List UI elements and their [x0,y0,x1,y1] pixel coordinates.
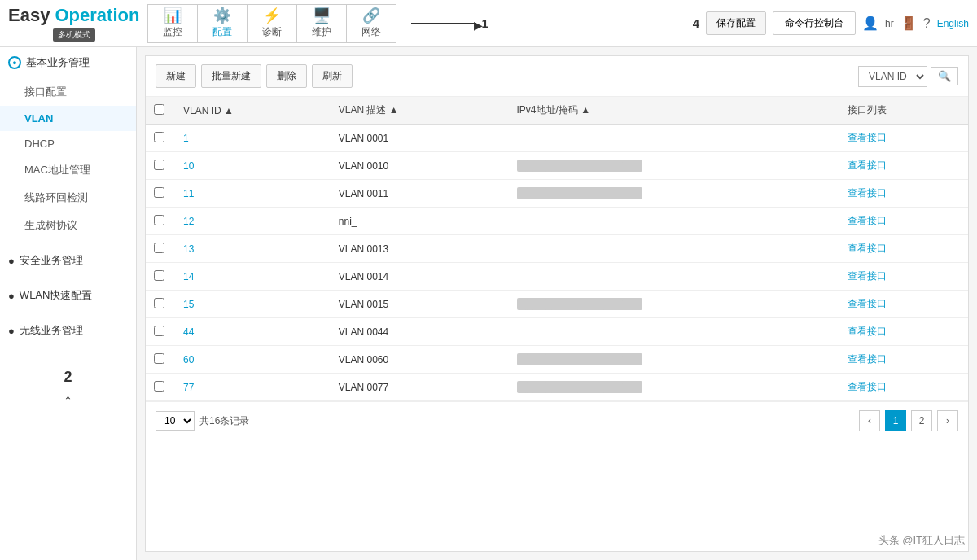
toolbar: 新建 批量新建 删除 刷新 VLAN ID 🔍 [146,56,968,97]
table-row: 10VLAN 0010███ ███ ███ ███/██查看接口 [146,152,968,180]
logout-icon[interactable]: 🚪 [900,15,917,31]
view-interface-link[interactable]: 查看接口 [848,326,887,337]
tab-diagnose[interactable]: ⚡ 诊断 [248,5,297,42]
table-row: 15VLAN 0015███ ███ ███ ███/██查看接口 [146,291,968,318]
th-vlan-desc[interactable]: VLAN 描述 ▲ [331,97,509,125]
vlan-id-link[interactable]: 60 [183,354,194,365]
wireless-group-icon: ● [8,325,15,337]
view-interface-link[interactable]: 查看接口 [848,353,887,365]
row-checkbox[interactable] [154,187,164,198]
watermark: 头条 @IT狂人日志 [878,533,965,548]
sidebar-item-mac[interactable]: MAC地址管理 [0,156,136,184]
view-interface-link[interactable]: 查看接口 [848,298,887,309]
table-row: 14VLAN 0014查看接口 [146,263,968,291]
app-title: Easy Operation [8,5,139,26]
sidebar-group-basic-title[interactable]: ● 基本业务管理 [0,47,136,78]
language-button[interactable]: English [937,18,969,29]
tab-monitor[interactable]: 📊 监控 [148,5,198,42]
vlan-desc: VLAN 0044 [331,318,509,346]
vlan-id-link[interactable]: 10 [183,160,194,172]
view-interface-link[interactable]: 查看接口 [848,243,887,254]
view-interface-link[interactable]: 查看接口 [848,215,887,226]
delete-button[interactable]: 删除 [266,64,307,88]
vlan-id-link[interactable]: 14 [183,271,194,282]
row-checkbox[interactable] [154,298,164,308]
table-row: 77VLAN 0077███ ███ ███ ███/██查看接口 [146,374,968,401]
search-area: VLAN ID 🔍 [858,66,958,87]
batch-new-button[interactable]: 批量新建 [201,64,261,88]
vlan-table: VLAN ID ▲ VLAN 描述 ▲ IPv4地址/掩码 ▲ 接口列表 [146,97,968,401]
vlan-desc: VLAN 0013 [331,235,509,263]
sidebar-group-wlan-quick[interactable]: ● WLAN快速配置 [0,282,136,309]
table-row: 12nni_查看接口 [146,208,968,235]
vlan-ip [509,235,839,263]
sidebar-item-vlan[interactable]: VLAN [0,106,136,131]
sidebar-item-interface[interactable]: 接口配置 [0,78,136,106]
sidebar-item-stp[interactable]: 生成树协议 [0,212,136,239]
vlan-ip [509,318,839,346]
vlan-ip [509,263,839,291]
row-checkbox[interactable] [154,160,164,170]
th-vlan-id[interactable]: VLAN ID ▲ [175,97,331,125]
sidebar-item-dhcp[interactable]: DHCP [0,131,136,156]
vlan-id-link[interactable]: 13 [183,243,194,255]
th-checkbox [146,97,175,125]
vlan-id-link[interactable]: 44 [183,326,194,338]
row-checkbox[interactable] [154,270,164,281]
view-interface-link[interactable]: 查看接口 [848,132,887,143]
row-checkbox[interactable] [154,326,164,336]
user-icon: 👤 [862,15,878,31]
vlan-desc: VLAN 0014 [331,263,509,291]
refresh-button[interactable]: 刷新 [312,64,353,88]
header-center-area: ▶ 1 [403,16,692,30]
tab-config[interactable]: ⚙️ 配置 [198,5,248,42]
table-body: 1VLAN 0001查看接口10VLAN 0010███ ███ ███ ███… [146,125,968,401]
help-icon[interactable]: ? [923,16,931,31]
view-interface-link[interactable]: 查看接口 [848,160,887,171]
vlan-desc: VLAN 0077 [331,374,509,401]
vlan-ip [509,125,839,152]
select-all-checkbox[interactable] [154,104,164,115]
header: Easy Operation 多机模式 📊 监控 ⚙️ 配置 ⚡ 诊断 🖥️ 维… [0,0,977,47]
anno-2-label: 2 [0,344,136,390]
sidebar-group-wireless[interactable]: ● 无线业务管理 [0,317,136,344]
next-page-button[interactable]: › [937,410,958,431]
th-ipv4[interactable]: IPv4地址/掩码 ▲ [509,97,839,125]
sidebar-group-basic: ● 基本业务管理 接口配置 VLAN DHCP MAC地址管理 线路环回检测 [0,47,136,239]
view-interface-link[interactable]: 查看接口 [848,187,887,199]
vlan-desc: VLAN 0010 [331,152,509,180]
vlan-ip: ███ ███ ███ ███/██ [509,346,839,374]
vlan-desc: VLAN 0060 [331,346,509,374]
sidebar-group-security[interactable]: ● 安全业务管理 [0,247,136,274]
vlan-id-link[interactable]: 15 [183,299,194,310]
sidebar-divider-1 [0,243,136,243]
tab-network[interactable]: 🔗 网络 [347,5,396,42]
page-2-button[interactable]: 2 [911,410,932,431]
save-config-button[interactable]: 保存配置 [706,11,766,35]
prev-page-button[interactable]: ‹ [859,410,880,431]
row-checkbox[interactable] [154,381,164,392]
tab-maintain[interactable]: 🖥️ 维护 [297,5,347,42]
diagnose-icon: ⚡ [263,8,281,23]
row-checkbox[interactable] [154,353,164,364]
row-checkbox[interactable] [154,132,164,142]
vlan-id-link[interactable]: 77 [183,382,194,393]
table-row: 1VLAN 0001查看接口 [146,125,968,152]
sidebar-item-loopback[interactable]: 线路环回检测 [0,184,136,212]
page-size-select[interactable]: 10 [156,411,195,431]
view-interface-link[interactable]: 查看接口 [848,270,887,282]
row-checkbox[interactable] [154,243,164,253]
view-interface-link[interactable]: 查看接口 [848,381,887,392]
console-button[interactable]: 命令行控制台 [773,11,856,35]
search-icon-btn[interactable]: 🔍 [931,67,958,85]
new-button[interactable]: 新建 [156,64,196,88]
search-select[interactable]: VLAN ID [858,66,927,87]
vlan-id-link[interactable]: 11 [183,188,194,199]
page-1-button[interactable]: 1 [885,410,906,431]
vlan-id-link[interactable]: 12 [183,216,194,227]
maintain-icon: 🖥️ [313,8,331,23]
th-interface-list: 接口列表 [839,97,968,125]
vlan-desc: nni_ [331,208,509,235]
vlan-id-link[interactable]: 1 [183,133,189,144]
row-checkbox[interactable] [154,215,164,225]
